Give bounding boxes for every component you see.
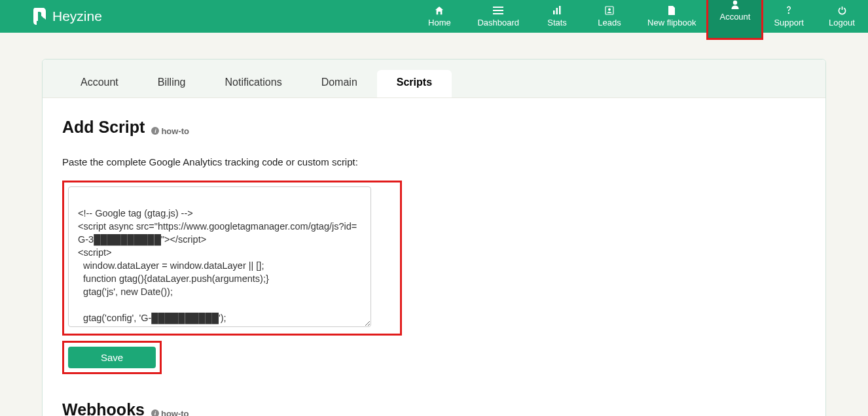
section-title: Webhooks: [62, 400, 145, 416]
info-icon: i: [151, 409, 159, 416]
nav-dashboard[interactable]: Dashboard: [465, 0, 531, 33]
logo-text: Heyzine: [52, 9, 102, 24]
nav-new-flipbook[interactable]: New flipbook: [636, 0, 708, 33]
svg-rect-5: [556, 8, 558, 14]
svg-rect-4: [553, 10, 555, 14]
nav-home[interactable]: Home: [413, 0, 465, 33]
svg-point-8: [608, 9, 611, 11]
tab-account[interactable]: Account: [61, 70, 138, 97]
section-add-script-header: Add Script i how-to: [62, 118, 806, 137]
nav-label: Stats: [547, 18, 567, 27]
svg-rect-3: [493, 13, 503, 14]
svg-rect-6: [559, 6, 561, 14]
file-icon: [668, 5, 676, 16]
tab-billing[interactable]: Billing: [138, 70, 206, 97]
settings-card: Account Billing Notifications Domain Scr…: [42, 59, 826, 416]
section-title: Add Script: [62, 118, 145, 137]
tabs: Account Billing Notifications Domain Scr…: [43, 60, 825, 98]
nav-account[interactable]: Account: [708, 0, 762, 39]
user-icon: [731, 0, 739, 10]
nav-label: Logout: [829, 18, 855, 27]
nav-label: Account: [719, 12, 750, 22]
top-nav: Heyzine Home Dashboard Stats Leads New f…: [0, 0, 868, 33]
howto-link[interactable]: i how-to: [151, 126, 189, 136]
nav-label: Support: [774, 18, 804, 27]
instruction-text: Paste the complete Google Analytics trac…: [62, 156, 806, 167]
section-webhooks-header: Webhooks i how-to: [62, 400, 806, 416]
svg-rect-2: [493, 10, 503, 11]
tab-notifications[interactable]: Notifications: [206, 70, 302, 97]
bar-chart-icon: [552, 5, 562, 16]
page-content: Account Billing Notifications Domain Scr…: [0, 33, 868, 416]
address-card-icon: [605, 5, 614, 16]
nav-label: Leads: [598, 18, 621, 27]
svg-point-9: [733, 1, 737, 5]
home-icon: [435, 5, 444, 16]
textarea-highlight: [62, 181, 402, 336]
script-textarea[interactable]: [68, 186, 371, 327]
nav-support[interactable]: Support: [762, 0, 816, 33]
nav-leads[interactable]: Leads: [583, 0, 636, 33]
nav-stats[interactable]: Stats: [531, 0, 583, 33]
nav-logout[interactable]: Logout: [816, 0, 868, 33]
logo-icon: [31, 7, 47, 26]
power-icon: [838, 5, 846, 16]
question-icon: [786, 5, 792, 16]
nav-label: Dashboard: [477, 18, 519, 27]
logo[interactable]: Heyzine: [0, 0, 111, 33]
nav-label: Home: [428, 18, 451, 27]
info-icon: i: [151, 127, 159, 135]
nav-label: New flipbook: [647, 18, 696, 27]
tab-scripts[interactable]: Scripts: [377, 70, 452, 97]
tab-content: Add Script i how-to Paste the complete G…: [43, 98, 825, 416]
svg-rect-1: [493, 7, 503, 8]
howto-link[interactable]: i how-to: [151, 409, 189, 417]
save-button[interactable]: Save: [68, 347, 156, 368]
tab-domain[interactable]: Domain: [302, 70, 377, 97]
svg-point-10: [788, 12, 789, 14]
save-highlight: Save: [62, 341, 162, 374]
list-icon: [493, 5, 503, 16]
